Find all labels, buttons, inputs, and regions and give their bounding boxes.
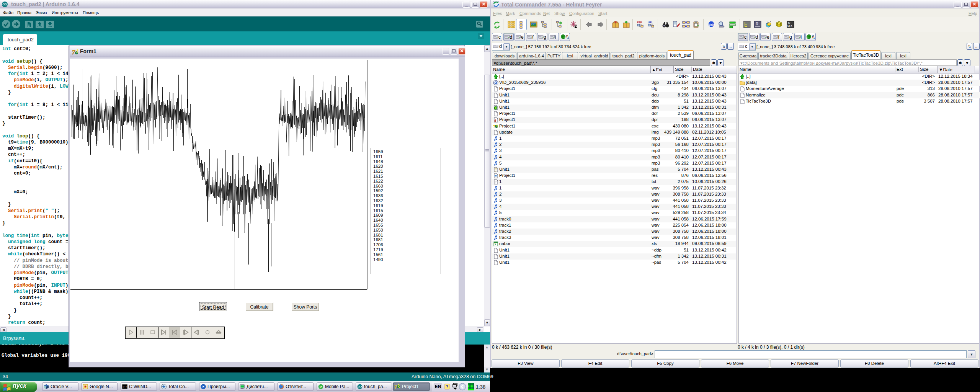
svg-text:7z: 7z xyxy=(788,22,791,24)
svg-text:URL: URL xyxy=(648,21,653,24)
svg-text:SFX: SFX xyxy=(787,24,792,27)
svg-text:байт: байт xyxy=(709,23,715,26)
svg-text:c: c xyxy=(747,22,748,24)
svg-text:7: 7 xyxy=(394,384,397,390)
svg-text:P: P xyxy=(320,385,322,389)
svg-text:FTP: FTP xyxy=(637,21,642,24)
svg-text:C:\: C:\ xyxy=(123,385,127,388)
svg-text:7: 7 xyxy=(72,49,75,55)
svg-text:d: d xyxy=(494,119,496,122)
svg-text:R: R xyxy=(756,22,759,26)
svg-text:?: ? xyxy=(446,384,449,389)
svg-text:X: X xyxy=(495,243,497,246)
